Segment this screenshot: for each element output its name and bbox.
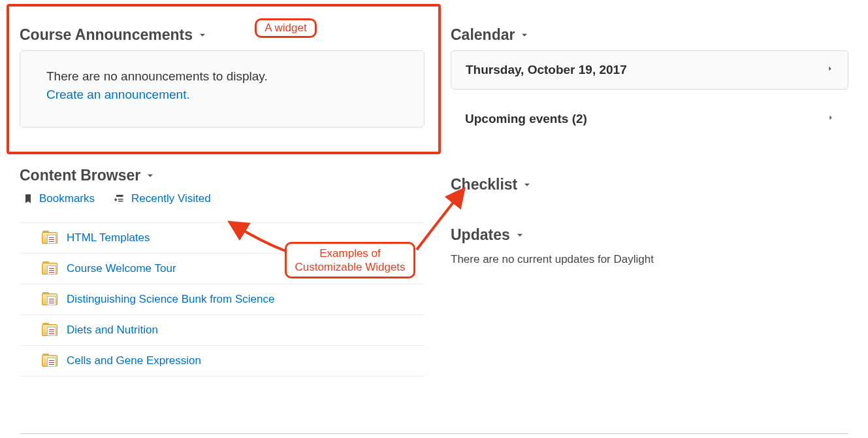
updates-empty-text: There are no current updates for Dayligh…: [451, 250, 848, 266]
list-item[interactable]: Diets and Nutrition: [20, 315, 425, 346]
announcements-widget: Course Announcements There are no announ…: [20, 13, 425, 127]
recently-visited-link[interactable]: Recently Visited: [114, 192, 211, 205]
chevron-down-icon: [520, 31, 529, 40]
calendar-date-label: Thursday, October 19, 2017: [466, 63, 627, 77]
list-item[interactable]: Distinguishing Science Bunk from Science: [20, 284, 425, 315]
bookmarks-label: Bookmarks: [39, 192, 95, 205]
bookmark-icon: [22, 193, 34, 205]
content-browser-title: Content Browser: [20, 167, 140, 184]
checklist-header[interactable]: Checklist: [451, 176, 848, 200]
folder-icon: [42, 261, 59, 276]
content-item-link[interactable]: Course Welcome Tour: [67, 262, 176, 275]
checklist-title: Checklist: [451, 176, 517, 194]
calendar-header[interactable]: Calendar: [451, 26, 848, 50]
checklist-widget: Checklist: [451, 176, 848, 200]
upcoming-events-row[interactable]: Upcoming events (2): [451, 100, 848, 138]
recently-visited-label: Recently Visited: [131, 192, 211, 205]
content-item-link[interactable]: Distinguishing Science Bunk from Science: [67, 293, 274, 306]
content-item-link[interactable]: Diets and Nutrition: [67, 324, 158, 337]
announcements-header[interactable]: Course Announcements: [20, 26, 425, 50]
upcoming-events-label: Upcoming events (2): [465, 112, 587, 126]
chevron-down-icon: [515, 231, 524, 240]
calendar-widget: Calendar Thursday, October 19, 2017 Upco…: [451, 13, 848, 144]
announcements-empty-text: There are no announcements to display.: [46, 69, 398, 84]
content-browser-quick-links: Bookmarks Recently Visited: [20, 191, 425, 217]
content-browser-widget: Content Browser Bookmarks Recently Visit: [20, 167, 425, 377]
announcements-body: There are no announcements to display. C…: [20, 50, 425, 127]
updates-title: Updates: [451, 226, 510, 244]
list-item[interactable]: Course Welcome Tour: [20, 254, 425, 284]
divider: [20, 433, 848, 434]
chevron-right-icon: [828, 112, 834, 126]
calendar-date-card[interactable]: Thursday, October 19, 2017: [451, 50, 848, 90]
folder-icon: [42, 354, 59, 368]
updates-header[interactable]: Updates: [451, 226, 848, 250]
chevron-down-icon: [198, 31, 207, 40]
chevron-down-icon: [146, 171, 155, 180]
recently-visited-icon: [114, 193, 126, 205]
list-item[interactable]: Cells and Gene Expression: [20, 346, 425, 377]
list-item[interactable]: HTML Templates: [20, 223, 425, 254]
folder-icon: [42, 231, 59, 245]
folder-icon: [42, 292, 59, 307]
calendar-title: Calendar: [451, 26, 515, 44]
content-browser-list: HTML Templates Course Welcome Tour Disti…: [20, 222, 425, 377]
create-announcement-link[interactable]: Create an announcement.: [46, 88, 190, 101]
content-item-link[interactable]: HTML Templates: [67, 231, 150, 244]
folder-icon: [42, 323, 59, 337]
updates-widget: Updates There are no current updates for…: [451, 226, 848, 266]
content-item-link[interactable]: Cells and Gene Expression: [67, 354, 201, 367]
chevron-down-icon: [522, 180, 532, 190]
announcements-title: Course Announcements: [20, 26, 193, 44]
bookmarks-link[interactable]: Bookmarks: [22, 192, 95, 205]
content-browser-header[interactable]: Content Browser: [20, 167, 425, 191]
chevron-right-icon: [827, 63, 833, 76]
